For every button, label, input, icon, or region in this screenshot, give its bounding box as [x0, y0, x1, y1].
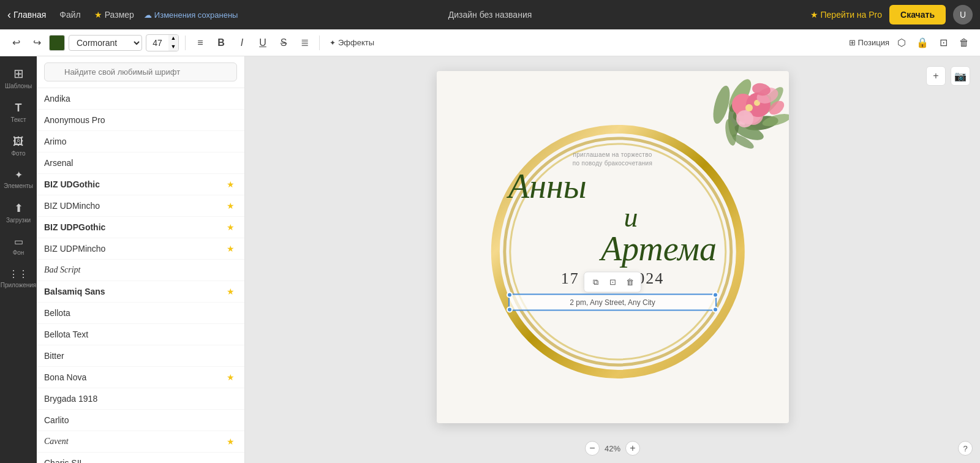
font-name-label: Charis SIL [44, 458, 84, 463]
zoom-level: 42% [605, 444, 620, 453]
bold-button[interactable]: B [213, 34, 230, 51]
screenshot-button[interactable]: 📷 [951, 66, 970, 86]
elements-label: Элементы [4, 183, 33, 189]
float-delete-button[interactable]: 🗑 [622, 274, 637, 289]
pro-button[interactable]: ★ Перейти на Pro [810, 10, 883, 20]
font-search-input[interactable] [44, 62, 237, 81]
background-icon: ▭ [14, 236, 23, 247]
font-size-input[interactable] [146, 38, 168, 48]
font-size-down[interactable]: ▼ [168, 43, 178, 51]
background-label: Фон [13, 249, 24, 256]
premium-star-icon: ★ [227, 437, 235, 446]
canvas-top-toolbar: + 📷 [926, 66, 970, 86]
zoom-in-button[interactable]: + [625, 441, 640, 456]
font-name-label: Brygada 1918 [44, 394, 97, 404]
sidebar-item-photo[interactable]: 🖼 Фото [2, 130, 34, 162]
sidebar-item-apps[interactable]: ⋮⋮ Приложения [2, 263, 34, 293]
font-list-item[interactable]: Bellota Text [37, 324, 244, 345]
handle-bl[interactable] [507, 306, 513, 312]
photo-icon: 🖼 [13, 135, 24, 148]
font-list-item[interactable]: Bitter [37, 345, 244, 367]
photo-label: Фото [12, 150, 26, 157]
sidebar-item-text[interactable]: T Текст [2, 97, 34, 128]
sidebar-item-background[interactable]: ▭ Фон [2, 231, 34, 261]
sidebar-item-uploads[interactable]: ⬆ Загрузки [2, 197, 34, 228]
help-button[interactable]: ? [958, 441, 973, 456]
camera-icon: 📷 [954, 70, 967, 82]
divider-2 [319, 36, 320, 50]
font-list-item[interactable]: BIZ UDMincho★ [37, 195, 244, 217]
font-list-item[interactable]: Balsamiq Sans★ [37, 281, 244, 303]
italic-button[interactable]: I [233, 34, 251, 51]
divider-1 [185, 36, 186, 50]
font-list: AndikaAnonymous ProArimoArsenalBIZ UDGot… [37, 88, 244, 463]
strikethrough-button[interactable]: S [275, 34, 292, 51]
handle-tl[interactable] [507, 292, 513, 298]
font-list-item[interactable]: Andika [37, 88, 244, 110]
font-list-item[interactable]: Anonymous Pro [37, 110, 244, 131]
font-list-item[interactable]: Carlito [37, 410, 244, 431]
lock-icon[interactable]: 🔒 [914, 34, 931, 51]
handle-tr[interactable] [712, 292, 718, 298]
font-name-label: Balsamiq Sans [44, 287, 105, 296]
sidebar-item-templates[interactable]: ⊞ Шаблоны [2, 61, 34, 94]
name-artem[interactable]: Артема [533, 231, 717, 265]
font-name-label: BIZ UDMincho [44, 201, 100, 211]
font-name-label: Bona Nova [44, 372, 86, 382]
copy-icon-toolbar[interactable]: ⊡ [935, 34, 952, 51]
address-field[interactable]: 2 pm, Any Street, Any City [508, 293, 717, 311]
redo-button[interactable]: ↪ [28, 34, 45, 51]
invitation-text: приглашаем на торжествопо поводу бракосо… [508, 184, 717, 311]
color-swatch[interactable] [49, 35, 65, 51]
position-button[interactable]: ⊞ Позиция [849, 38, 889, 47]
templates-label: Шаблоны [5, 83, 32, 89]
font-list-item[interactable]: Charis SIL [37, 453, 244, 463]
underline-button[interactable]: U [254, 34, 271, 51]
apps-icon: ⋮⋮ [9, 268, 28, 280]
font-list-item[interactable]: Bellota [37, 303, 244, 324]
saved-status: ☁ Изменения сохранены [144, 10, 238, 20]
address-box[interactable]: ⧉ ⊡ 🗑 2 pm, Any Street, Any City [508, 293, 717, 311]
float-copy-button[interactable]: ⧉ [588, 274, 603, 289]
shape-icon[interactable]: ⬡ [893, 34, 910, 51]
font-list-item[interactable]: Brygada 1918 [37, 388, 244, 410]
zoom-out-button[interactable]: − [585, 441, 600, 456]
font-list-item[interactable]: Arimo [37, 131, 244, 152]
home-button[interactable]: Главная [7, 9, 46, 21]
trash-icon-toolbar[interactable]: 🗑 [956, 34, 973, 51]
undo-button[interactable]: ↩ [7, 34, 24, 51]
font-list-item[interactable]: Bona Nova★ [37, 367, 244, 388]
font-search-box: 🔍 [37, 56, 244, 88]
spacing-button[interactable]: ≣ [296, 34, 313, 51]
font-name-label: Arsenal [44, 158, 73, 168]
topbar: Главная Файл ★ Размер ☁ Изменения сохран… [0, 0, 980, 29]
layers-icon: ⊞ [849, 38, 856, 47]
handle-br[interactable] [712, 306, 718, 312]
premium-star-icon: ★ [227, 244, 235, 254]
font-list-item[interactable]: Bad Script [37, 260, 244, 281]
font-list-item[interactable]: BIZ UDPGothic★ [37, 217, 244, 238]
formatting-toolbar: ↩ ↪ Cormorant ▲ ▼ ≡ B I U S ≣ ✦ Эффекты … [0, 29, 980, 56]
add-page-button[interactable]: + [926, 66, 946, 86]
font-name-label: BIZ UDPGothic [44, 222, 105, 232]
font-selector[interactable]: Cormorant [69, 35, 142, 51]
font-list-item[interactable]: Arsenal [37, 152, 244, 174]
name-anna[interactable]: Анны [508, 168, 717, 203]
premium-star-icon: ★ [227, 222, 235, 232]
font-name-label: Bitter [44, 351, 64, 361]
align-button[interactable]: ≡ [192, 34, 209, 51]
sidebar-item-elements[interactable]: ✦ Элементы [2, 164, 34, 194]
file-menu[interactable]: Файл [56, 7, 84, 22]
font-list-item[interactable]: Cavent★ [37, 431, 244, 453]
font-list-item[interactable]: BIZ UDGothic★ [37, 174, 244, 195]
download-button[interactable]: Скачать [889, 5, 946, 24]
float-duplicate-button[interactable]: ⊡ [605, 274, 620, 289]
font-list-item[interactable]: BIZ UDPMincho★ [37, 238, 244, 260]
effects-button[interactable]: ✦ Эффекты [326, 36, 378, 50]
size-menu[interactable]: ★ Размер [94, 10, 134, 20]
font-size-up[interactable]: ▲ [168, 34, 178, 43]
canvas-area[interactable]: + 📷 [245, 56, 980, 463]
left-sidebar: ⊞ Шаблоны T Текст 🖼 Фото ✦ Элементы ⬆ За… [0, 56, 37, 463]
main-content: ⊞ Шаблоны T Текст 🖼 Фото ✦ Элементы ⬆ За… [0, 56, 980, 463]
avatar[interactable]: U [953, 5, 973, 24]
